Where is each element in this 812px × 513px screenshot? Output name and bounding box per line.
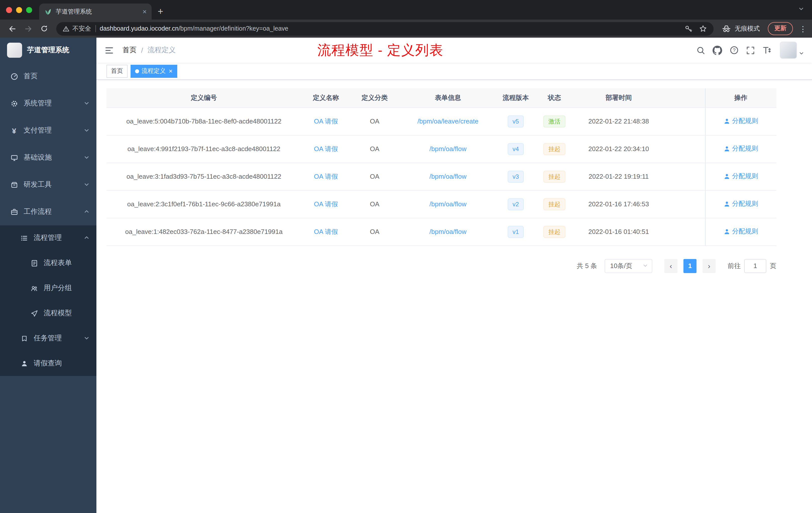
definition-name-link[interactable]: OA 请假 [314, 200, 338, 208]
person-icon [20, 359, 28, 367]
form-info-link[interactable]: /bpm/oa/leave/create [417, 117, 478, 125]
tab-close-icon[interactable]: × [143, 8, 147, 15]
chrome-update-button[interactable]: 更新 [768, 22, 793, 35]
security-chip[interactable]: 不安全 [63, 24, 91, 33]
user-menu[interactable] [780, 42, 804, 59]
chevron-down-icon [84, 181, 89, 189]
tag-process-definition[interactable]: 流程定义 × [130, 64, 177, 78]
sidebar-item-leave-query[interactable]: 请假查询 [0, 351, 96, 376]
status-badge: 挂起 [543, 225, 566, 238]
fullscreen-icon[interactable] [746, 46, 755, 55]
app-logo[interactable]: 芋道管理系统 [0, 38, 96, 63]
pagination-goto-input[interactable] [744, 259, 766, 273]
bookmark-star-icon[interactable] [699, 25, 707, 33]
help-icon[interactable]: ? [730, 46, 739, 55]
tag-home[interactable]: 首页 [107, 64, 127, 78]
search-icon[interactable] [696, 46, 705, 55]
form-info-link[interactable]: /bpm/oa/flow [429, 200, 466, 208]
pagination-prev-button[interactable]: ‹ [664, 259, 677, 273]
sidebar-item-home[interactable]: 首页 [0, 63, 96, 90]
address-bar[interactable]: 不安全 dashboard.yudao.iocoder.cn/bpm/manag… [56, 22, 714, 35]
column-header-version: 流程版本 [497, 88, 534, 108]
sidebar-item-infrastructure[interactable]: 基础设施 [0, 144, 96, 171]
breadcrumb: 首页 / 流程定义 [122, 46, 176, 55]
app-title: 芋道管理系统 [27, 46, 69, 55]
warning-icon [63, 25, 69, 32]
tags-view-bar: 首页 流程定义 × [96, 63, 812, 80]
breadcrumb-separator: / [141, 46, 143, 54]
table-row: oa_leave:4:991f2193-7b7f-11ec-a3c8-acde4… [107, 135, 776, 163]
tab-search-chevron-icon[interactable] [799, 4, 804, 13]
sidebar-item-process-model[interactable]: 流程模型 [0, 301, 96, 326]
briefcase-icon [10, 208, 18, 216]
password-key-icon[interactable] [685, 25, 693, 33]
definition-name-link[interactable]: OA 请假 [314, 145, 338, 152]
chevron-down-icon [84, 126, 89, 134]
paper-plane-icon [30, 309, 38, 317]
page-size-select[interactable]: 10条/页 [605, 259, 652, 273]
font-size-icon[interactable] [762, 46, 771, 55]
browser-tab-bar: 芋道管理系统 × + [0, 0, 812, 20]
definition-name-link[interactable]: OA 请假 [314, 173, 338, 180]
sidebar-item-user-group[interactable]: 用户分组 [0, 276, 96, 301]
url-path: /bpm/manager/definition?key=oa_leave [178, 25, 288, 32]
sidebar-item-workflow[interactable]: 工作流程 [0, 198, 96, 225]
cell-filler [663, 135, 705, 163]
form-info-link[interactable]: /bpm/oa/flow [429, 145, 466, 153]
breadcrumb-current: 流程定义 [148, 46, 176, 55]
definition-name-link[interactable]: OA 请假 [314, 228, 338, 235]
table-row: oa_leave:5:004b710b-7b8a-11ec-8ef0-acde4… [107, 108, 776, 135]
assign-rule-link[interactable]: 分配规则 [724, 200, 758, 209]
reload-button[interactable] [37, 22, 51, 36]
pagination-next-button[interactable]: › [702, 259, 716, 273]
cell-definition-id: oa_leave:4:991f2193-7b7f-11ec-a3c8-acde4… [107, 135, 301, 163]
browser-tab[interactable]: 芋道管理系统 × [39, 3, 152, 20]
sidebar-item-process-form[interactable]: 流程表单 [0, 250, 96, 276]
back-button[interactable] [5, 22, 19, 36]
pagination-page-1[interactable]: 1 [684, 259, 696, 273]
tab-title: 芋道管理系统 [56, 7, 139, 16]
sidebar-item-process-management[interactable]: 流程管理 [0, 225, 96, 250]
window-minimize-button[interactable] [16, 7, 22, 13]
tag-close-icon[interactable]: × [169, 68, 173, 74]
browser-menu-kebab-icon[interactable]: ⋮ [799, 25, 807, 32]
avatar[interactable] [780, 42, 797, 59]
assign-rule-link[interactable]: 分配规则 [724, 117, 758, 126]
forward-button[interactable] [21, 22, 35, 36]
sidebar-collapse-icon[interactable] [105, 46, 114, 55]
sidebar-menu: 首页 系统管理 ¥ 支付管理 基础设施 研发工具 [0, 63, 96, 376]
cell-filler [663, 108, 705, 135]
new-tab-button[interactable]: + [158, 6, 163, 16]
sidebar-item-task-management[interactable]: 任务管理 [0, 326, 96, 351]
cell-deploy-time: 2022-01-22 21:48:38 [575, 108, 663, 135]
cell-deploy-time: 2022-01-16 01:40:51 [575, 218, 663, 245]
window-controls [0, 0, 38, 20]
chevron-down-icon [84, 99, 89, 108]
user-icon [724, 229, 730, 235]
svg-text:?: ? [733, 48, 735, 53]
sidebar-item-dev-tools[interactable]: 研发工具 [0, 171, 96, 198]
form-info-link[interactable]: /bpm/oa/flow [429, 173, 466, 180]
cell-category: OA [350, 190, 399, 218]
assign-rule-link[interactable]: 分配规则 [724, 144, 758, 153]
sidebar-item-payment-management[interactable]: ¥ 支付管理 [0, 117, 96, 144]
chevron-down-icon [84, 154, 89, 162]
content-area: 定义编号 定义名称 定义分类 表单信息 流程版本 状态 部署时间 操作 oa_l… [96, 80, 812, 273]
version-badge: v4 [508, 143, 524, 155]
assign-rule-link[interactable]: 分配规则 [724, 227, 758, 236]
column-header-category: 定义分类 [350, 88, 399, 108]
user-icon [724, 146, 730, 152]
window-zoom-button[interactable] [26, 7, 32, 13]
sidebar-item-system-management[interactable]: 系统管理 [0, 90, 96, 117]
user-icon [724, 173, 730, 180]
column-header-name: 定义名称 [301, 88, 350, 108]
cell-filler [663, 218, 705, 245]
chevron-down-icon [84, 334, 89, 342]
github-icon[interactable] [713, 46, 722, 55]
assign-rule-link[interactable]: 分配规则 [724, 172, 758, 181]
user-icon [724, 118, 730, 124]
definition-name-link[interactable]: OA 请假 [314, 117, 338, 125]
form-info-link[interactable]: /bpm/oa/flow [429, 228, 466, 235]
breadcrumb-home[interactable]: 首页 [122, 46, 137, 55]
window-close-button[interactable] [6, 7, 12, 13]
